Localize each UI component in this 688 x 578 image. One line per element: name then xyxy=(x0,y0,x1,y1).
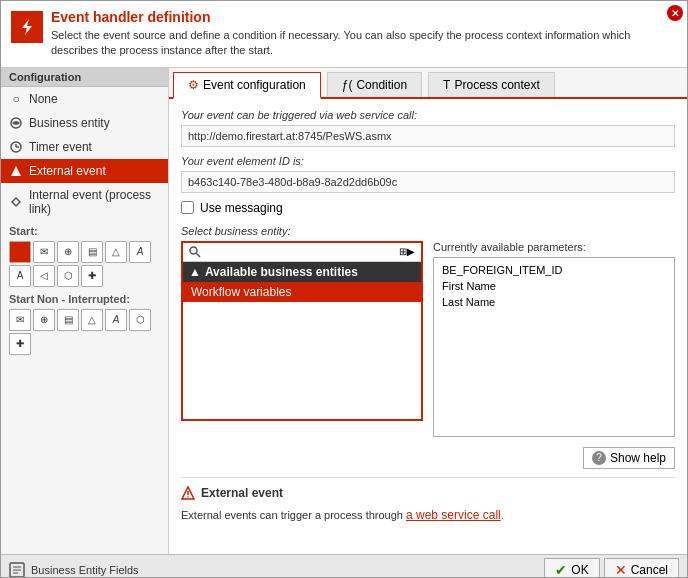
symbol-non-triangle[interactable]: △ xyxy=(81,309,103,331)
content-area: ⚙ Event configuration ƒ( Condition T Pro… xyxy=(169,68,687,554)
start-buttons: ✉ ⊕ ▤ △ A A ◁ ⬡ ✚ xyxy=(9,241,160,287)
expand-icon: ▲ xyxy=(189,265,201,279)
symbol-btn-circle-plus[interactable]: ⊕ xyxy=(57,241,79,263)
param-3: Last Name xyxy=(438,294,670,310)
be-grid-icon[interactable]: ⊞▶ xyxy=(399,246,415,257)
symbol-section: Start: ✉ ⊕ ▤ △ A A ◁ ⬡ ✚ Start Non - Int… xyxy=(1,221,168,365)
symbol-non-hex[interactable]: ⬡ xyxy=(129,309,151,331)
tab-content-event-config: Your event can be triggered via web serv… xyxy=(169,99,687,554)
select-be-label: Select business entity: xyxy=(181,225,675,237)
param-1: BE_FOREIGN_ITEM_ID xyxy=(438,262,670,278)
footer-icon xyxy=(9,562,25,578)
be-item-workflow[interactable]: Workflow variables xyxy=(183,282,421,302)
symbol-btn-plus[interactable]: ✚ xyxy=(81,265,103,287)
web-service-label: Your event can be triggered via web serv… xyxy=(181,109,675,121)
use-messaging-checkbox[interactable] xyxy=(181,201,194,214)
available-be-header: ▲ Available business entities xyxy=(183,262,421,282)
condition-icon: ƒ( xyxy=(342,78,353,92)
params-section: Currently available parameters: BE_FOREI… xyxy=(433,241,675,437)
internal-event-icon xyxy=(9,195,23,209)
symbol-btn-triangle[interactable]: △ xyxy=(105,241,127,263)
tab-process-context[interactable]: T Process context xyxy=(428,72,555,97)
tab-event-configuration[interactable]: ⚙ Event configuration xyxy=(173,72,321,99)
timer-icon xyxy=(9,140,23,154)
event-id-value: b463c140-78e3-480d-b8a9-8a2d2dd6b09c xyxy=(181,171,675,193)
params-box: BE_FOREIGN_ITEM_ID First Name Last Name xyxy=(433,257,675,437)
web-service-url: http://demo.firestart.at:8745/PesWS.asmx xyxy=(181,125,675,147)
start-non-label: Start Non - Interrupted: xyxy=(9,293,160,305)
symbol-btn-red[interactable] xyxy=(9,241,31,263)
sidebar: Configuration ○ None Business entity Tim… xyxy=(1,68,169,554)
help-circle-icon: ? xyxy=(592,451,606,465)
help-section: External event External events can trigg… xyxy=(181,477,675,524)
use-messaging-row: Use messaging xyxy=(181,201,675,215)
header-icon xyxy=(11,11,43,43)
business-entity-icon xyxy=(9,116,23,130)
svg-marker-0 xyxy=(22,19,32,35)
footer-label: Business Entity Fields xyxy=(31,564,139,576)
be-search-input[interactable] xyxy=(205,246,395,258)
config-section-title: Configuration xyxy=(1,68,168,87)
search-icon xyxy=(189,246,201,258)
external-event-icon xyxy=(9,164,23,178)
svg-point-11 xyxy=(187,496,188,497)
footer-left: Business Entity Fields xyxy=(9,562,540,578)
dialog-description: Select the event source and define a con… xyxy=(51,28,677,59)
param-2: First Name xyxy=(438,278,670,294)
event-id-label: Your event element ID is: xyxy=(181,155,675,167)
ok-button[interactable]: ✔ OK xyxy=(544,558,599,578)
close-button[interactable]: ✕ xyxy=(667,5,683,21)
params-label: Currently available parameters: xyxy=(433,241,675,253)
svg-marker-5 xyxy=(11,166,21,176)
symbol-non-table[interactable]: ▤ xyxy=(57,309,79,331)
help-link[interactable]: a web service call xyxy=(406,508,501,522)
use-messaging-label: Use messaging xyxy=(200,201,283,215)
symbol-btn-a2[interactable]: A xyxy=(9,265,31,287)
symbol-non-circle-plus[interactable]: ⊕ xyxy=(33,309,55,331)
symbol-btn-envelope[interactable]: ✉ xyxy=(33,241,55,263)
help-title: External event xyxy=(181,486,675,500)
sidebar-item-internal-event[interactable]: Internal event (process link) xyxy=(1,183,168,221)
symbol-non-a[interactable]: A xyxy=(105,309,127,331)
symbol-non-plus[interactable]: ✚ xyxy=(9,333,31,355)
tab-bar: ⚙ Event configuration ƒ( Condition T Pro… xyxy=(169,68,687,99)
sidebar-item-none[interactable]: ○ None xyxy=(1,87,168,111)
tab-condition[interactable]: ƒ( Condition xyxy=(327,72,422,97)
svg-marker-6 xyxy=(12,198,20,206)
start-label: Start: xyxy=(9,225,160,237)
symbol-non-envelope[interactable]: ✉ xyxy=(9,309,31,331)
dialog-title: Event handler definition xyxy=(51,9,677,25)
header-text: Event handler definition Select the even… xyxy=(51,9,677,59)
sidebar-item-timer-event[interactable]: Timer event xyxy=(1,135,168,159)
footer: Business Entity Fields ✔ OK ✕ Cancel xyxy=(1,554,687,578)
cancel-button[interactable]: ✕ Cancel xyxy=(604,558,679,578)
symbol-btn-a1[interactable]: A xyxy=(129,241,151,263)
symbol-btn-hex[interactable]: ⬡ xyxy=(57,265,79,287)
symbol-btn-back[interactable]: ◁ xyxy=(33,265,55,287)
warning-icon xyxy=(181,486,195,500)
two-col-layout: ⊞▶ ▲ Available business entities Workflo… xyxy=(181,241,675,437)
ok-icon: ✔ xyxy=(555,562,567,578)
be-search-bar: ⊞▶ xyxy=(183,243,421,262)
start-non-buttons: ✉ ⊕ ▤ △ A ⬡ ✚ xyxy=(9,309,160,355)
be-select-box: ⊞▶ ▲ Available business entities Workflo… xyxy=(181,241,423,421)
svg-line-8 xyxy=(197,253,201,257)
cancel-icon: ✕ xyxy=(615,562,627,578)
sidebar-item-external-event[interactable]: External event xyxy=(1,159,168,183)
svg-point-7 xyxy=(190,247,197,254)
none-icon: ○ xyxy=(9,92,23,106)
dialog-header: Event handler definition Select the even… xyxy=(1,1,687,68)
main-layout: Configuration ○ None Business entity Tim… xyxy=(1,68,687,554)
event-config-icon: ⚙ xyxy=(188,78,199,92)
symbol-btn-table[interactable]: ▤ xyxy=(81,241,103,263)
show-help-button[interactable]: ? Show help xyxy=(583,447,675,469)
help-text: External events can trigger a process th… xyxy=(181,506,675,524)
lightning-icon xyxy=(17,17,37,37)
business-entity-selector: ⊞▶ ▲ Available business entities Workflo… xyxy=(181,241,423,437)
sidebar-item-business-entity[interactable]: Business entity xyxy=(1,111,168,135)
process-context-icon: T xyxy=(443,78,450,92)
